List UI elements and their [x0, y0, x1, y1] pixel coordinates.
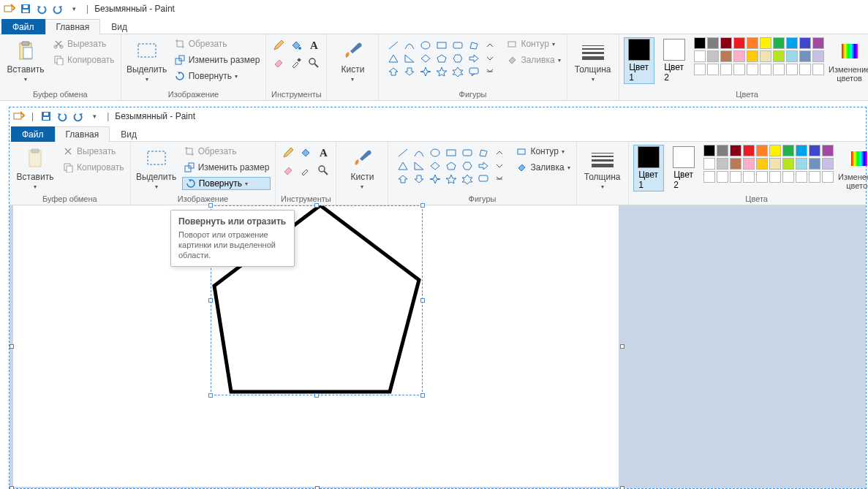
- shape-right-triangle[interactable]: [412, 160, 426, 172]
- color-swatch[interactable]: [812, 50, 824, 62]
- color-swatch[interactable]: [733, 37, 745, 49]
- shape-star4[interactable]: [429, 173, 442, 185]
- shape-oval[interactable]: [429, 147, 442, 159]
- color-swatch[interactable]: [769, 171, 781, 183]
- color1-button[interactable]: Цвет 1: [633, 145, 664, 192]
- color-swatch[interactable]: [743, 158, 755, 170]
- canvas-handle-e[interactable]: [620, 344, 624, 349]
- tab-home[interactable]: Главная: [45, 19, 101, 34]
- selection-handle-sw[interactable]: [208, 393, 213, 398]
- copy-button[interactable]: Копировать: [61, 161, 126, 174]
- paste-button[interactable]: Вставить▾: [14, 145, 56, 193]
- undo-icon[interactable]: [35, 2, 48, 15]
- shape-diamond[interactable]: [429, 160, 442, 172]
- text-tool[interactable]: A: [306, 37, 322, 53]
- color-swatch[interactable]: [730, 145, 741, 156]
- canvas-handle-se[interactable]: [620, 486, 624, 489]
- tab-file[interactable]: Файл: [1, 19, 45, 34]
- color-swatch[interactable]: [694, 64, 706, 75]
- color-swatch[interactable]: [782, 171, 794, 183]
- shape-star6[interactable]: [451, 66, 464, 77]
- pencil-tool[interactable]: [280, 145, 296, 161]
- tab-home[interactable]: Главная: [55, 126, 110, 142]
- color-swatch[interactable]: [730, 171, 741, 183]
- color-swatch[interactable]: [694, 37, 706, 49]
- color-swatch[interactable]: [717, 158, 728, 170]
- tab-view[interactable]: Вид: [110, 126, 148, 142]
- shape-polygon[interactable]: [467, 39, 480, 51]
- select-button[interactable]: Выделить▾: [126, 37, 168, 86]
- color-swatch[interactable]: [799, 64, 811, 75]
- fill-tool[interactable]: [298, 145, 314, 161]
- select-button[interactable]: Выделить▾: [135, 145, 178, 193]
- color-swatch[interactable]: [782, 145, 794, 156]
- color-swatch[interactable]: [809, 171, 820, 183]
- cut-button[interactable]: Вырезать: [61, 145, 126, 158]
- color-swatch[interactable]: [799, 50, 811, 62]
- selection-handle-e[interactable]: [420, 298, 425, 303]
- color-swatch[interactable]: [773, 37, 785, 49]
- color-swatch[interactable]: [773, 50, 785, 62]
- outline-button[interactable]: Контур ▾: [514, 145, 571, 158]
- shape-oval[interactable]: [419, 39, 432, 51]
- pencil-tool[interactable]: [271, 37, 287, 53]
- color-swatch[interactable]: [769, 158, 781, 170]
- selection-handle-ne[interactable]: [420, 203, 425, 208]
- shapes-gallery[interactable]: [383, 37, 500, 80]
- shape-scroll-up[interactable]: [483, 39, 497, 51]
- color-swatch[interactable]: [733, 50, 745, 62]
- color-swatch[interactable]: [747, 64, 758, 75]
- shape-expand[interactable]: [493, 173, 506, 185]
- shape-line[interactable]: [387, 39, 400, 51]
- color-swatch[interactable]: [786, 37, 798, 49]
- selection-handle-w[interactable]: [208, 298, 213, 303]
- redo-icon[interactable]: [72, 110, 85, 123]
- save-icon[interactable]: [19, 2, 32, 15]
- cut-button[interactable]: Вырезать: [51, 37, 116, 50]
- selection-handle-s[interactable]: [314, 393, 319, 398]
- selection-handle-nw[interactable]: [208, 203, 213, 208]
- shape-star5[interactable]: [445, 173, 458, 185]
- shape-rect[interactable]: [445, 147, 458, 159]
- crop-button[interactable]: Обрезать: [182, 145, 271, 158]
- shape-curve[interactable]: [412, 147, 426, 159]
- color-swatch[interactable]: [707, 64, 719, 75]
- color-swatch[interactable]: [822, 171, 834, 183]
- color-swatch[interactable]: [822, 158, 834, 170]
- canvas-handle-s[interactable]: [315, 486, 320, 489]
- eraser-tool[interactable]: [271, 55, 287, 71]
- color-swatch[interactable]: [730, 158, 741, 170]
- color-swatch[interactable]: [796, 145, 807, 156]
- shape-polygon[interactable]: [477, 147, 490, 159]
- brushes-button[interactable]: Кисти▾: [341, 145, 383, 193]
- shape-callout[interactable]: [477, 173, 490, 185]
- color-swatch[interactable]: [760, 64, 771, 75]
- color-swatch[interactable]: [809, 145, 820, 156]
- shape-triangle[interactable]: [396, 160, 410, 172]
- color-swatch[interactable]: [743, 145, 755, 156]
- color-swatch[interactable]: [796, 158, 807, 170]
- shape-rect[interactable]: [435, 39, 448, 51]
- shape-pentagon[interactable]: [445, 160, 458, 172]
- color-swatch[interactable]: [822, 145, 834, 156]
- thickness-button[interactable]: Толщина▾: [581, 145, 624, 193]
- edit-colors-button[interactable]: Изменение цветов: [829, 37, 868, 84]
- color-swatch[interactable]: [733, 64, 745, 75]
- color2-button[interactable]: Цвет 2: [668, 145, 699, 192]
- shape-arrow-right[interactable]: [467, 53, 480, 64]
- qat-dropdown-icon[interactable]: ▾: [67, 2, 80, 15]
- color-swatch[interactable]: [703, 158, 715, 170]
- color2-button[interactable]: Цвет 2: [659, 37, 690, 84]
- picker-tool[interactable]: [288, 55, 304, 71]
- save-icon[interactable]: [39, 110, 53, 123]
- color-swatch[interactable]: [809, 158, 820, 170]
- undo-icon[interactable]: [56, 110, 69, 123]
- shape-scroll-up[interactable]: [493, 147, 506, 159]
- redo-icon[interactable]: [51, 2, 64, 15]
- shape-diamond[interactable]: [419, 53, 432, 64]
- shapes-gallery[interactable]: [393, 145, 510, 187]
- shape-roundrect[interactable]: [451, 39, 464, 51]
- resize-button[interactable]: Изменить размер: [173, 53, 262, 67]
- shape-callout[interactable]: [467, 66, 480, 77]
- zoom-tool[interactable]: [315, 162, 331, 178]
